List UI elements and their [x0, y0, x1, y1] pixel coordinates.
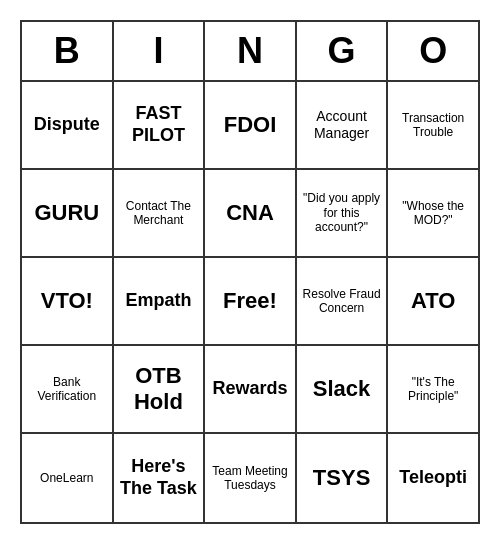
cell-text-0-3: Account Manager — [301, 108, 383, 142]
bingo-cell-4-0: OneLearn — [22, 434, 114, 522]
cell-text-4-1: Here's The Task — [118, 456, 200, 499]
cell-text-4-2: Team Meeting Tuesdays — [209, 464, 291, 493]
bingo-cell-0-2: FDOI — [205, 82, 297, 170]
cell-text-1-1: Contact The Merchant — [118, 199, 200, 228]
cell-text-0-1: FAST PILOT — [118, 103, 200, 146]
bingo-cell-2-1: Empath — [114, 258, 206, 346]
bingo-grid: DisputeFAST PILOTFDOIAccount ManagerTran… — [22, 82, 478, 522]
cell-text-2-2: Free! — [223, 288, 277, 314]
bingo-header: BINGO — [22, 22, 478, 82]
cell-text-3-3: Slack — [313, 376, 371, 402]
bingo-cell-0-0: Dispute — [22, 82, 114, 170]
bingo-row-2: VTO!EmpathFree!Resolve Fraud ConcernATO — [22, 258, 478, 346]
bingo-cell-1-4: "Whose the MOD?" — [388, 170, 478, 258]
cell-text-2-4: ATO — [411, 288, 455, 314]
cell-text-3-0: Bank Verification — [26, 375, 108, 404]
bingo-cell-2-2: Free! — [205, 258, 297, 346]
bingo-card: BINGO DisputeFAST PILOTFDOIAccount Manag… — [20, 20, 480, 524]
bingo-cell-2-0: VTO! — [22, 258, 114, 346]
bingo-cell-2-3: Resolve Fraud Concern — [297, 258, 389, 346]
bingo-cell-1-1: Contact The Merchant — [114, 170, 206, 258]
bingo-cell-4-4: Teleopti — [388, 434, 478, 522]
bingo-cell-3-3: Slack — [297, 346, 389, 434]
cell-text-0-0: Dispute — [34, 114, 100, 136]
header-letter-G: G — [297, 22, 389, 82]
bingo-cell-1-0: GURU — [22, 170, 114, 258]
cell-text-2-3: Resolve Fraud Concern — [301, 287, 383, 316]
cell-text-3-4: "It's The Principle" — [392, 375, 474, 404]
bingo-cell-3-4: "It's The Principle" — [388, 346, 478, 434]
cell-text-0-4: Transaction Trouble — [392, 111, 474, 140]
bingo-row-4: OneLearnHere's The TaskTeam Meeting Tues… — [22, 434, 478, 522]
bingo-cell-4-2: Team Meeting Tuesdays — [205, 434, 297, 522]
cell-text-1-3: "Did you apply for this account?" — [301, 191, 383, 234]
bingo-row-1: GURUContact The MerchantCNA"Did you appl… — [22, 170, 478, 258]
header-letter-O: O — [388, 22, 478, 82]
bingo-cell-0-4: Transaction Trouble — [388, 82, 478, 170]
bingo-cell-3-1: OTB Hold — [114, 346, 206, 434]
bingo-cell-1-3: "Did you apply for this account?" — [297, 170, 389, 258]
bingo-cell-1-2: CNA — [205, 170, 297, 258]
bingo-cell-0-1: FAST PILOT — [114, 82, 206, 170]
bingo-cell-0-3: Account Manager — [297, 82, 389, 170]
bingo-row-0: DisputeFAST PILOTFDOIAccount ManagerTran… — [22, 82, 478, 170]
cell-text-1-0: GURU — [34, 200, 99, 226]
header-letter-I: I — [114, 22, 206, 82]
bingo-cell-3-0: Bank Verification — [22, 346, 114, 434]
bingo-row-3: Bank VerificationOTB HoldRewardsSlack"It… — [22, 346, 478, 434]
cell-text-2-0: VTO! — [41, 288, 93, 314]
cell-text-3-1: OTB Hold — [118, 363, 200, 416]
bingo-cell-4-1: Here's The Task — [114, 434, 206, 522]
cell-text-0-2: FDOI — [224, 112, 277, 138]
header-letter-N: N — [205, 22, 297, 82]
cell-text-4-4: Teleopti — [399, 467, 467, 489]
cell-text-4-3: TSYS — [313, 465, 370, 491]
header-letter-B: B — [22, 22, 114, 82]
cell-text-3-2: Rewards — [212, 378, 287, 400]
cell-text-4-0: OneLearn — [40, 471, 93, 485]
bingo-cell-4-3: TSYS — [297, 434, 389, 522]
cell-text-1-2: CNA — [226, 200, 274, 226]
bingo-cell-3-2: Rewards — [205, 346, 297, 434]
bingo-cell-2-4: ATO — [388, 258, 478, 346]
cell-text-2-1: Empath — [125, 290, 191, 312]
cell-text-1-4: "Whose the MOD?" — [392, 199, 474, 228]
